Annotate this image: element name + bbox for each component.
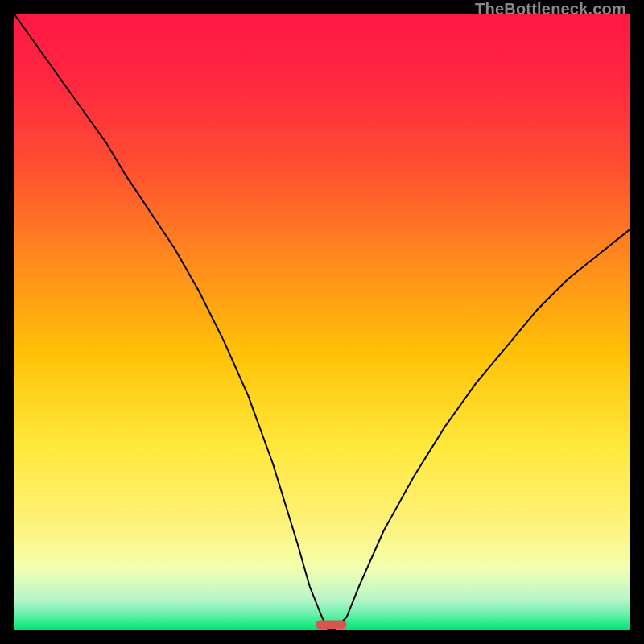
- plot-area: [14, 14, 630, 630]
- chart-svg: [14, 14, 630, 630]
- optimum-pill: [316, 621, 346, 630]
- bottleneck-curve: [14, 14, 630, 630]
- chart-frame: TheBottleneck.com: [0, 0, 644, 644]
